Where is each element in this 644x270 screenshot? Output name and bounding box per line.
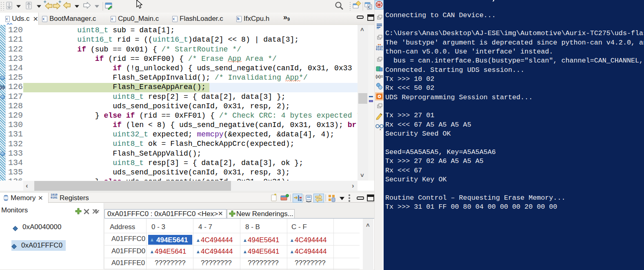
svg-text:x: x (380, 127, 381, 131)
svg-text:W: W (377, 3, 381, 7)
svg-text:C: C (368, 5, 371, 9)
